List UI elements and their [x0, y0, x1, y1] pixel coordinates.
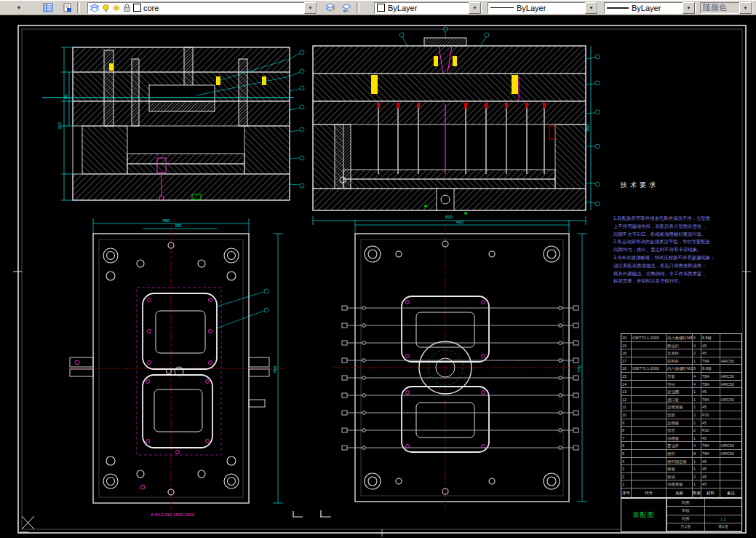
- view-d-fixed-half-plan[interactable]: 420: [333, 220, 587, 509]
- part-note: [720, 342, 741, 350]
- parts-table-row: 17 拉料杆 1 T8A HRC50: [621, 357, 741, 365]
- draw-label: 制图: [667, 499, 704, 507]
- tech-req-line: 标牌完整，安装时注意开模行程。: [613, 277, 744, 285]
- part-no: 1: [621, 480, 632, 488]
- part-no: 3: [621, 465, 632, 473]
- layer-dropdown-arrow-icon[interactable]: ▼: [304, 2, 317, 14]
- part-note: [720, 411, 741, 419]
- linetype-dropdown[interactable]: ByLayer ▼: [488, 2, 598, 14]
- section-marks: [293, 510, 331, 517]
- part-no: 15: [621, 373, 632, 381]
- header-qty: 数量: [693, 488, 701, 497]
- part-material: T8A: [701, 450, 720, 458]
- toolbar-dropdown-arrow-icon[interactable]: ▼: [15, 5, 23, 10]
- layer-states-icon: [63, 3, 72, 12]
- part-code: [632, 388, 667, 396]
- parts-table-row: 1 动模座板 1 45: [621, 480, 741, 488]
- plot-style-dropdown-arrow-icon: ▼: [739, 2, 752, 14]
- parts-table-row: 16 GB/T70.1-2000 内六角螺钉M10 8 8.8级: [621, 365, 741, 373]
- current-color-value: ByLayer: [388, 4, 417, 12]
- part-material: 45: [701, 419, 720, 427]
- color-dropdown-arrow-icon[interactable]: ▼: [469, 2, 481, 14]
- tech-req-line: 间隙不大于0.02，各模板须用螺钉紧固可靠。: [613, 231, 744, 239]
- part-no: 14: [621, 381, 632, 389]
- part-note: [720, 334, 741, 342]
- parts-table-row: 18 支承柱 2 45: [621, 349, 741, 357]
- part-note: [720, 419, 741, 427]
- part-code: GB/T70.1-2000: [632, 334, 667, 342]
- view-d-centerlines: [333, 225, 582, 509]
- plot-style-value: 随颜色: [703, 2, 727, 13]
- sheet-count: 共1张: [667, 523, 704, 531]
- part-code: [632, 411, 667, 419]
- layer-on-bulb-icon: [102, 4, 110, 12]
- model-space-canvas[interactable]: 315 65: [0, 15, 756, 538]
- layer-previous-icon: [341, 3, 351, 12]
- part-code: [632, 458, 667, 466]
- part-code: [632, 403, 667, 411]
- view-c-moving-half-plan[interactable]: 490 290: [70, 218, 285, 517]
- current-layer-name: core: [143, 4, 159, 12]
- part-note: [720, 388, 741, 396]
- part-qty: 8: [693, 450, 701, 458]
- part-material: 45: [701, 435, 720, 443]
- part-code: [632, 450, 667, 458]
- part-name: 限位钉: [667, 342, 693, 350]
- layer-properties-button[interactable]: [41, 2, 55, 14]
- part-material: T8A: [701, 373, 720, 381]
- header-material: 材料: [701, 488, 720, 497]
- lineweight-dropdown-arrow-icon[interactable]: ▼: [683, 2, 695, 14]
- view-b-side-section[interactable]: 350 620: [313, 27, 600, 225]
- part-name: 定位圈: [667, 388, 693, 396]
- parts-table-row: 3 推板 1 45: [621, 465, 741, 473]
- part-qty: 1: [693, 388, 701, 396]
- part-material: T8A: [701, 396, 720, 404]
- part-material: 8.8级: [701, 365, 720, 373]
- part-note: HRC50: [720, 450, 741, 458]
- part-code: GB/T70.1-2000: [632, 365, 667, 373]
- layer-states-button[interactable]: [60, 2, 74, 14]
- layer-dropdown[interactable]: core ▼: [87, 2, 317, 14]
- part-no: 13: [621, 388, 632, 396]
- part-material: T8A: [701, 357, 720, 365]
- toolbar: ▼: [0, 0, 756, 15]
- view-a-dimensions: [61, 47, 73, 200]
- part-no: 9: [621, 419, 632, 427]
- parts-table-row: 14 导柱 4 T8A HRC50: [621, 381, 741, 389]
- color-dropdown[interactable]: ByLayer ▼: [374, 2, 482, 14]
- part-note: [720, 458, 741, 466]
- parts-list-table[interactable]: 20 GB/T70.1-2000 内六角螺钉M8 6 8.8级 19 限位钉 4…: [621, 333, 742, 498]
- lineweight-dropdown[interactable]: ByLayer ▼: [604, 2, 696, 14]
- check-label: 审核: [667, 507, 704, 515]
- view-a-front-section[interactable]: 315 65: [42, 47, 304, 200]
- part-no: 5: [621, 450, 632, 458]
- part-name: 推杆固定板: [667, 458, 693, 466]
- part-material: 45: [701, 342, 720, 350]
- part-qty: 6: [693, 334, 701, 342]
- part-note: [720, 427, 741, 435]
- part-code: [632, 435, 667, 443]
- part-material: 45: [701, 458, 720, 466]
- layer-previous-button[interactable]: [339, 2, 354, 14]
- part-code: [632, 396, 667, 404]
- part-name: 拉料杆: [667, 357, 693, 365]
- part-name: 推板: [667, 465, 693, 473]
- header-note: 备注: [720, 488, 741, 497]
- view-c-side-slides: [70, 357, 269, 407]
- drawing-title: 装配图: [633, 510, 655, 520]
- part-qty: 4: [693, 373, 701, 381]
- parts-table-row: 6 复位杆 4 T8A HRC50: [621, 442, 741, 450]
- part-qty: 2: [693, 473, 701, 481]
- dim-label-d-width: 420: [456, 220, 464, 224]
- layer-lock-icon: [123, 4, 131, 12]
- part-material: 45: [701, 403, 720, 411]
- part-no: 10: [621, 411, 632, 419]
- linetype-dropdown-arrow-icon[interactable]: ▼: [585, 2, 597, 14]
- part-code: [632, 419, 667, 427]
- header-code: 代号: [632, 488, 667, 497]
- part-name: 型腔: [667, 411, 693, 419]
- part-material: T8A: [701, 442, 720, 450]
- part-code: [632, 473, 667, 481]
- view-d-pin-rows: [342, 306, 578, 450]
- make-object-layer-current-button[interactable]: [323, 2, 338, 14]
